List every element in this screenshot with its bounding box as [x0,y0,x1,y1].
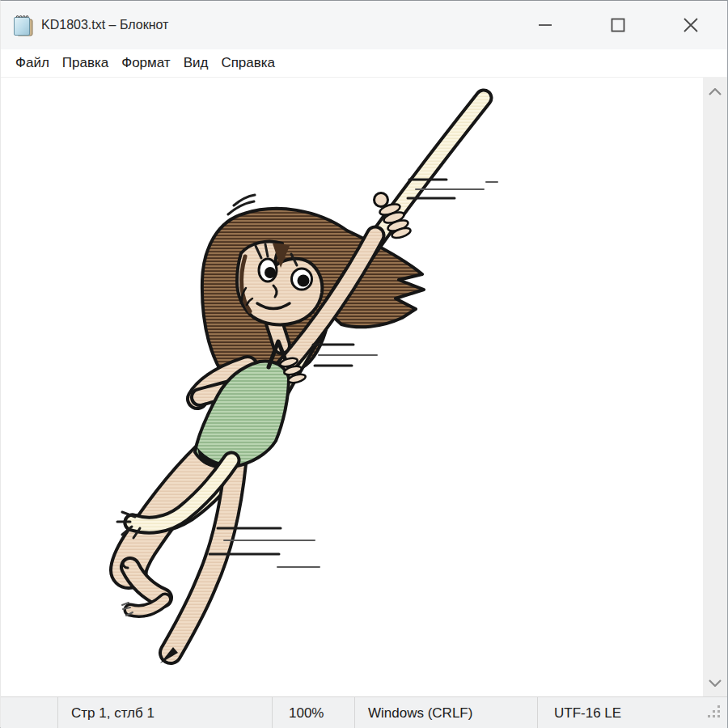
notepad-window: KD1803.txt – Блокнот Файл Правка Формат [0,0,728,728]
maximize-icon [610,17,626,33]
swinging-girl-illustration [1,78,703,696]
text-area[interactable] [1,78,727,696]
minimize-button[interactable] [509,1,582,49]
minimize-icon [537,17,553,33]
chevron-down-icon [709,679,722,687]
chevron-up-icon [709,88,722,95]
scroll-up-button[interactable] [703,79,727,104]
menu-bar: Файл Правка Формат Вид Справка [1,49,727,78]
menu-help[interactable]: Справка [214,49,281,77]
window-title: KD1803.txt – Блокнот [41,18,168,32]
menu-file[interactable]: Файл [9,49,56,77]
close-icon [682,16,700,34]
menu-view[interactable]: Вид [177,49,215,77]
maximize-button[interactable] [582,1,654,49]
status-line-ending: Windows (CRLF) [354,697,537,728]
vertical-scrollbar[interactable] [703,78,727,696]
resize-grip-icon[interactable] [705,702,722,724]
notepad-icon [12,14,34,37]
menu-edit[interactable]: Правка [56,49,115,77]
status-cursor-position: Стр 1, стлб 1 [57,697,272,728]
close-button[interactable] [654,1,727,49]
caption-buttons [509,1,727,49]
status-zoom-level: 100% [272,697,354,728]
title-bar[interactable]: KD1803.txt – Блокнот [1,1,727,49]
illustration-group [117,98,497,663]
status-encoding: UTF-16 LE [537,697,728,728]
status-empty-cell [1,697,57,728]
scroll-down-button[interactable] [703,671,727,695]
menu-format[interactable]: Формат [115,49,176,77]
status-bar: Стр 1, стлб 1 100% Windows (CRLF) UTF-16… [1,696,727,728]
